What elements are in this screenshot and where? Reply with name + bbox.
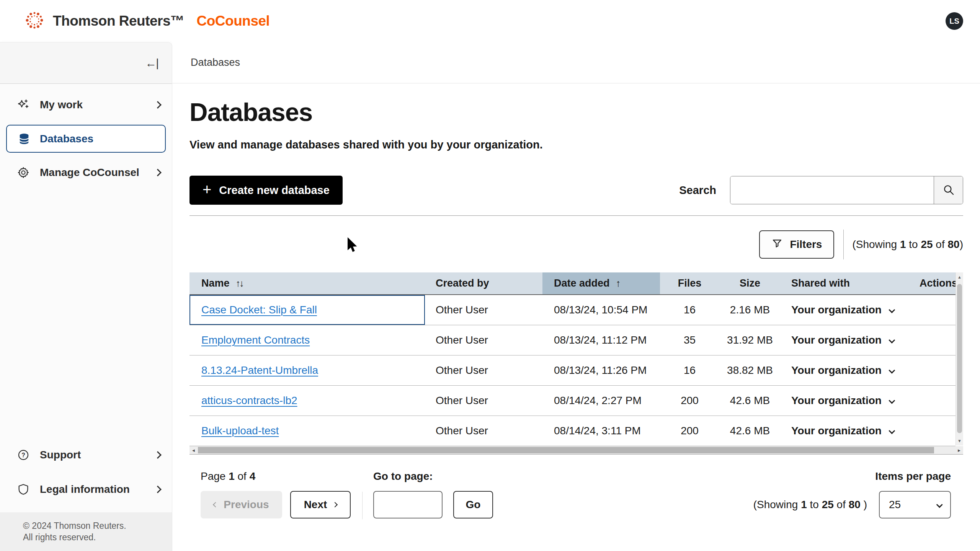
- brand-logo: Thomson Reuters™ CoCounsel: [24, 10, 270, 32]
- chevron-right-icon: [154, 169, 162, 176]
- name-cell: Case Docket: Slip & Fall: [189, 295, 425, 325]
- sidebar-item-databases[interactable]: Databases: [6, 125, 166, 153]
- chevron-down-icon[interactable]: [889, 307, 895, 313]
- database-link[interactable]: atticus-contracts-lb2: [201, 395, 297, 407]
- search-label: Search: [679, 184, 716, 197]
- next-page-button[interactable]: Next: [290, 491, 351, 518]
- goto-page-input[interactable]: [373, 491, 443, 518]
- sparkle-icon: [17, 98, 30, 111]
- shared-with-cell: Your organization: [781, 416, 907, 446]
- go-button[interactable]: Go: [453, 491, 493, 518]
- name-cell: 8.13.24-Patent-Umbrella: [189, 355, 425, 385]
- filters-button-label: Filters: [790, 238, 822, 251]
- database-link[interactable]: Case Docket: Slip & Fall: [201, 304, 317, 316]
- breadcrumb: Databases: [191, 57, 240, 68]
- chevron-down-icon[interactable]: [889, 337, 895, 344]
- database-link[interactable]: 8.13.24-Patent-Umbrella: [201, 364, 318, 377]
- breadcrumb-bar: Databases: [172, 42, 980, 83]
- database-link[interactable]: Employment Contracts: [201, 334, 310, 346]
- column-header-size: Size: [719, 272, 781, 294]
- size-cell: 42.6 MB: [719, 386, 781, 416]
- column-header-shared-with: Shared with: [781, 272, 907, 294]
- vertical-divider: [843, 230, 844, 259]
- actions-cell: [907, 355, 956, 385]
- items-per-page-value: 25: [889, 499, 901, 511]
- size-cell: 38.82 MB: [719, 355, 781, 385]
- horizontal-scrollbar[interactable]: ◄ ►: [189, 446, 963, 455]
- search-button[interactable]: [934, 176, 963, 204]
- search-input[interactable]: [730, 176, 934, 204]
- sidebar-item-support[interactable]: ? Support: [0, 440, 172, 469]
- page-title: Databases: [189, 99, 963, 125]
- sidebar-nav: My work Databases Manage CoCounsel: [0, 84, 172, 187]
- shared-with-cell: Your organization: [781, 355, 907, 385]
- plus-icon: +: [203, 182, 211, 197]
- table-row: Case Docket: Slip & Fall Other User 08/1…: [189, 295, 956, 325]
- svg-text:?: ?: [21, 452, 25, 458]
- created-by-cell: Other User: [425, 416, 542, 446]
- databases-table: Name ↑↓ Created by Date added ↑ Files Si…: [189, 272, 963, 455]
- search-icon: [942, 183, 955, 197]
- user-avatar[interactable]: LS: [946, 12, 963, 30]
- database-link[interactable]: Bulk-upload-test: [201, 425, 279, 437]
- product-name: CoCounsel: [197, 13, 270, 29]
- sidebar-item-legal-information[interactable]: Legal information: [0, 475, 172, 504]
- size-cell: 42.6 MB: [719, 416, 781, 446]
- items-per-page-select[interactable]: 25: [879, 491, 951, 518]
- brand-name: Thomson Reuters™: [53, 13, 185, 29]
- search-box: [730, 176, 963, 204]
- goto-page-label: Go to page:: [373, 470, 493, 483]
- sort-ascending-icon[interactable]: ↑: [616, 277, 621, 289]
- page-subtitle: View and manage databases shared with yo…: [189, 139, 963, 151]
- shared-with-cell: Your organization: [781, 325, 907, 355]
- table-row: atticus-contracts-lb2 Other User 08/14/2…: [189, 386, 956, 416]
- sidebar-item-manage-cocounsel[interactable]: Manage CoCounsel: [0, 158, 172, 187]
- actions-cell: [907, 416, 956, 446]
- column-header-date-added[interactable]: Date added ↑: [542, 272, 660, 294]
- create-button-label: Create new database: [219, 184, 330, 197]
- thomson-reuters-logo-icon: [24, 10, 44, 32]
- vertical-scrollbar[interactable]: ▲ ▼: [956, 272, 963, 445]
- sidebar-bottom-nav: ? Support Legal information: [0, 440, 172, 504]
- table-row: Bulk-upload-test Other User 08/14/24, 3:…: [189, 416, 956, 446]
- name-cell: Employment Contracts: [189, 325, 425, 355]
- section-divider: [189, 215, 963, 216]
- scroll-left-icon[interactable]: ◄: [191, 446, 196, 454]
- horizontal-scrollbar-thumb[interactable]: [198, 447, 934, 453]
- sidebar-item-label: Databases: [40, 133, 93, 145]
- chevron-right-icon: [154, 451, 162, 459]
- sort-icon[interactable]: ↑↓: [236, 278, 243, 289]
- previous-page-button[interactable]: Previous: [201, 491, 282, 518]
- collapse-sidebar-icon[interactable]: ←|: [145, 57, 158, 69]
- files-cell: 35: [660, 325, 719, 355]
- chevron-right-icon: [154, 486, 162, 493]
- column-header-created-by: Created by: [425, 272, 542, 294]
- chevron-right-icon: [154, 101, 162, 109]
- date-added-cell: 08/13/24, 10:54 PM: [542, 295, 660, 325]
- column-header-actions: Actions: [907, 272, 956, 294]
- vertical-scrollbar-thumb[interactable]: [957, 284, 962, 433]
- scroll-right-icon[interactable]: ►: [957, 446, 961, 454]
- date-added-cell: 08/13/24, 11:26 PM: [542, 355, 660, 385]
- chevron-down-icon[interactable]: [889, 398, 895, 404]
- sidebar: ←| My work Databases: [0, 42, 172, 551]
- filters-button[interactable]: Filters: [759, 230, 834, 259]
- shared-with-cell: Your organization: [781, 295, 907, 325]
- database-icon: [18, 132, 31, 145]
- chevron-down-icon[interactable]: [889, 367, 895, 374]
- scroll-up-icon[interactable]: ▲: [956, 275, 963, 279]
- create-new-database-button[interactable]: + Create new database: [189, 176, 343, 205]
- copyright-line2: All rights reserved.: [23, 531, 172, 543]
- date-added-cell: 08/14/24, 2:27 PM: [542, 386, 660, 416]
- actions-cell: [907, 386, 956, 416]
- table-header-row: Name ↑↓ Created by Date added ↑ Files Si…: [189, 272, 956, 295]
- files-cell: 16: [660, 355, 719, 385]
- scroll-down-icon[interactable]: ▼: [956, 439, 963, 443]
- chevron-down-icon[interactable]: [889, 428, 895, 434]
- top-bar: Thomson Reuters™ CoCounsel LS: [0, 0, 980, 42]
- column-header-name[interactable]: Name ↑↓: [189, 272, 425, 294]
- column-header-files: Files: [660, 272, 719, 294]
- sidebar-item-my-work[interactable]: My work: [0, 90, 172, 119]
- actions-cell: [907, 295, 956, 325]
- results-summary-bottom: (Showing 1 to 25 of 80 ): [753, 499, 867, 511]
